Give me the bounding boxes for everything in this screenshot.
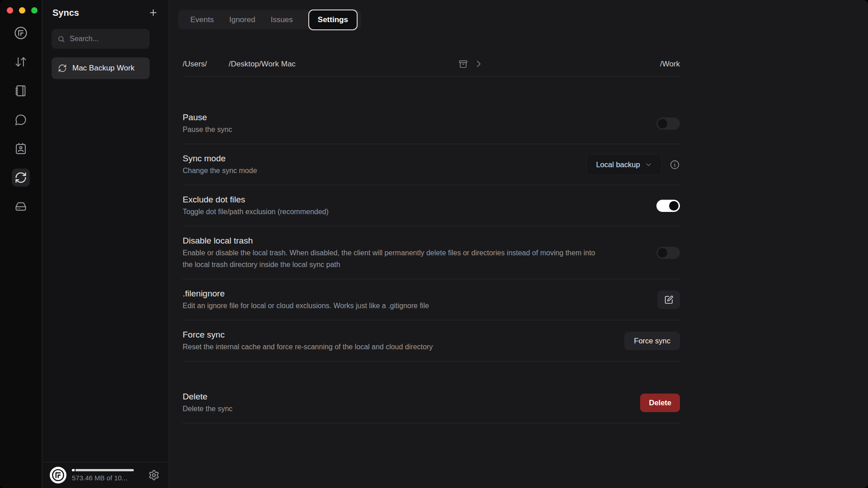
transfers-icon[interactable] — [12, 53, 30, 71]
add-sync-button[interactable] — [147, 6, 160, 19]
remote-path: /Work — [660, 60, 680, 69]
contacts-icon[interactable] — [12, 140, 30, 158]
sidebar-title: Syncs — [52, 8, 79, 18]
filen-logo-icon[interactable] — [12, 24, 30, 42]
setting-desc: Reset the internal cache and force re-sc… — [183, 341, 433, 353]
settings-list: Pause Pause the sync Sync mode Change th… — [183, 103, 680, 423]
setting-title: .filenignore — [183, 287, 429, 300]
tab-ignored[interactable]: Ignored — [229, 15, 255, 24]
search-box — [52, 29, 150, 49]
settings-gear-button[interactable] — [148, 469, 160, 481]
edit-filenignore-button[interactable] — [657, 291, 680, 309]
edit-icon — [664, 295, 674, 305]
chevron-right-icon — [474, 59, 483, 69]
sidebar-footer: 573.46 MB of 10... — [42, 462, 169, 488]
search-input[interactable] — [70, 35, 144, 43]
drive-icon[interactable] — [12, 197, 30, 216]
tab-bar: Events Ignored Issues Settings — [178, 10, 361, 29]
setting-title: Delete — [183, 390, 232, 403]
avatar[interactable] — [50, 467, 66, 483]
storage-progress-bar — [72, 469, 134, 471]
rail-nav — [0, 24, 41, 216]
local-path-prefix: /Users/ — [183, 60, 207, 69]
setting-title: Exclude dot files — [183, 193, 329, 206]
storage-progress-fill — [72, 469, 75, 471]
setting-title: Disable local trash — [183, 235, 603, 247]
storage-usage: 573.46 MB of 10... — [72, 469, 134, 482]
sync-icon — [58, 64, 67, 73]
archive-box-icon[interactable] — [458, 59, 468, 69]
sync-item-label: Mac Backup Work — [72, 64, 135, 73]
sync-path-bar: /Users/ /Desktop/Work Mac /Work — [183, 52, 680, 77]
sidebar-item-mac-backup-work[interactable]: Mac Backup Work — [52, 57, 150, 79]
setting-row-delete: Delete Delete the sync Delete — [183, 382, 680, 423]
sync-mode-dropdown[interactable]: Local backup — [586, 154, 662, 175]
storage-text: 573.46 MB of 10... — [72, 474, 134, 482]
sidebar: Syncs Mac Backup Work 573.46 MB of 10... — [42, 0, 169, 488]
setting-desc: Change the sync mode — [183, 165, 257, 177]
chat-icon[interactable] — [12, 111, 30, 129]
setting-row-filenignore: .filenignore Edit an ignore file for loc… — [183, 279, 680, 320]
local-path: /Desktop/Work Mac — [229, 60, 296, 69]
sync-mode-value: Local backup — [596, 160, 640, 169]
main-panel: Events Ignored Issues Settings /Users/ /… — [170, 0, 868, 488]
syncs-icon[interactable] — [12, 169, 30, 187]
setting-row-sync-mode: Sync mode Change the sync mode Local bac… — [183, 144, 680, 185]
force-sync-button[interactable]: Force sync — [624, 332, 680, 350]
setting-desc: Pause the sync — [183, 124, 232, 136]
gear-icon — [148, 469, 160, 481]
setting-title: Pause — [183, 111, 232, 124]
sidebar-header: Syncs — [52, 6, 160, 19]
close-window-button[interactable] — [7, 7, 13, 14]
setting-desc: Enable or disable the local trash. When … — [183, 247, 603, 271]
exclude-dot-files-toggle[interactable] — [656, 200, 680, 212]
setting-row-exclude-dot-files: Exclude dot files Toggle dot file/path e… — [183, 185, 680, 226]
setting-desc: Edit an ignore file for local or cloud e… — [183, 300, 429, 312]
search-icon — [57, 35, 66, 43]
setting-row-force-sync: Force sync Reset the internal cache and … — [183, 320, 680, 361]
delete-sync-button[interactable]: Delete — [640, 394, 680, 412]
notes-icon[interactable] — [12, 82, 30, 100]
info-icon — [670, 160, 680, 170]
setting-title: Sync mode — [183, 152, 257, 165]
sync-mode-info-button[interactable] — [670, 160, 680, 170]
filen-logo-icon — [51, 468, 65, 482]
app-window: Syncs Mac Backup Work 573.46 MB of 10... — [0, 0, 868, 488]
tab-settings[interactable]: Settings — [308, 9, 358, 30]
pause-toggle[interactable] — [656, 117, 680, 130]
icon-rail — [0, 0, 42, 488]
setting-desc: Toggle dot file/path exclusion (recommen… — [183, 206, 329, 218]
tab-events[interactable]: Events — [190, 15, 214, 24]
setting-title: Force sync — [183, 328, 433, 341]
setting-row-disable-local-trash: Disable local trash Enable or disable th… — [183, 226, 680, 279]
chevron-down-icon — [645, 161, 652, 169]
setting-desc: Delete the sync — [183, 403, 232, 415]
window-controls — [7, 7, 38, 14]
tab-issues[interactable]: Issues — [271, 15, 293, 24]
setting-row-pause: Pause Pause the sync — [183, 103, 680, 144]
zoom-window-button[interactable] — [31, 7, 38, 14]
plus-icon — [148, 8, 158, 18]
disable-local-trash-toggle[interactable] — [656, 247, 680, 259]
minimize-window-button[interactable] — [19, 7, 25, 14]
